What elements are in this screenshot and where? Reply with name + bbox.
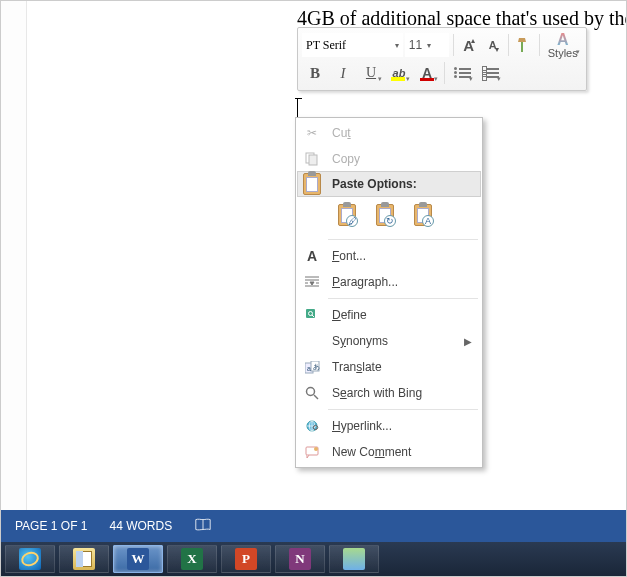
paste-merge-button[interactable]: ↻	[370, 200, 400, 230]
separator	[328, 409, 478, 410]
menu-font[interactable]: A Font...	[298, 243, 480, 269]
menu-paragraph[interactable]: Paragraph...	[298, 269, 480, 295]
svg-point-12	[314, 447, 318, 451]
chevron-down-icon: ▾	[406, 75, 410, 83]
format-painter-button[interactable]	[513, 33, 535, 57]
taskbar-onenote[interactable]	[275, 545, 325, 573]
paste-options-row: 🖊 ↻ A	[298, 196, 480, 236]
font-family-input[interactable]	[306, 38, 378, 53]
chevron-down-icon: ▾	[497, 75, 501, 83]
translate-icon: aあ	[302, 357, 322, 377]
paintbrush-icon	[516, 37, 532, 53]
word-icon	[127, 548, 149, 570]
highlight-color-swatch	[391, 77, 405, 81]
shrink-font-button[interactable]: A▾	[482, 33, 504, 57]
svg-point-8	[307, 388, 315, 396]
menu-paste-options[interactable]: Paste Options:	[297, 171, 481, 197]
svg-text:a: a	[307, 365, 311, 372]
taskbar-word[interactable]	[113, 545, 163, 573]
taskbar	[1, 542, 626, 576]
onenote-icon	[289, 548, 311, 570]
menu-synonyms[interactable]: Synonyms ▶	[298, 328, 480, 354]
powerpoint-icon	[235, 548, 257, 570]
separator	[508, 34, 509, 56]
menu-hyperlink[interactable]: Hyperlink...	[298, 413, 480, 439]
font-size-value: 11	[409, 38, 427, 52]
styles-icon: A	[557, 32, 569, 48]
menu-search-bing[interactable]: Search with Bing	[298, 380, 480, 406]
chevron-down-icon: ▾	[576, 48, 580, 55]
svg-rect-1	[309, 155, 317, 165]
hyperlink-icon	[302, 416, 322, 436]
document-canvas[interactable]: 4GB of additional space that's used by t…	[1, 1, 626, 510]
paste-icon	[302, 174, 322, 194]
highlight-button[interactable]: ab▾	[386, 61, 412, 85]
taskbar-powerpoint[interactable]	[221, 545, 271, 573]
menu-paste-options-label: Paste Options:	[332, 177, 472, 191]
page-indicator[interactable]: PAGE 1 OF 1	[15, 519, 87, 533]
taskbar-file-explorer[interactable]	[59, 545, 109, 573]
mini-toolbar: ▾ 11 ▾ A▴ A▾ A Styles ▾ B I U▾ ab▾	[297, 27, 587, 91]
clipboard-icon: A	[414, 204, 432, 226]
status-bar: PAGE 1 OF 1 44 WORDS	[1, 510, 626, 542]
font-a-icon: A	[302, 246, 322, 266]
styles-button[interactable]: A Styles ▾	[544, 33, 582, 57]
italic-icon: I	[341, 65, 346, 82]
font-color-button[interactable]: A▾	[414, 61, 440, 85]
menu-define[interactable]: Define	[298, 302, 480, 328]
menu-cut[interactable]: ✂ Cut	[298, 120, 480, 146]
taskbar-ie[interactable]	[5, 545, 55, 573]
menu-define-label: Define	[332, 308, 472, 322]
numbering-button[interactable]: ▾	[477, 61, 503, 85]
italic-button[interactable]: I	[330, 61, 356, 85]
paste-text-only-button[interactable]: A	[408, 200, 438, 230]
menu-translate-label: Translate	[332, 360, 472, 374]
font-family-combo[interactable]: ▾	[302, 33, 403, 57]
bold-button[interactable]: B	[302, 61, 328, 85]
separator	[539, 34, 540, 56]
folder-icon	[73, 548, 95, 570]
blank-icon	[302, 331, 322, 351]
bold-icon: B	[310, 65, 320, 82]
taskbar-photos[interactable]	[329, 545, 379, 573]
bullets-icon	[454, 68, 471, 78]
clipboard-icon: 🖊	[338, 204, 356, 226]
underline-button[interactable]: U▾	[358, 61, 384, 85]
menu-new-comment[interactable]: New Comment	[298, 439, 480, 465]
menu-font-label: Font...	[332, 249, 472, 263]
paste-keep-source-button[interactable]: 🖊	[332, 200, 362, 230]
scissors-icon: ✂	[302, 123, 322, 143]
reading-view-icon[interactable]	[194, 516, 212, 537]
chevron-down-icon: ▾	[469, 75, 473, 83]
menu-hyperlink-label: Hyperlink...	[332, 419, 472, 433]
menu-translate[interactable]: aあ Translate	[298, 354, 480, 380]
separator	[453, 34, 454, 56]
grow-font-button[interactable]: A▴	[458, 33, 480, 57]
styles-label: Styles	[548, 48, 578, 59]
search-icon	[302, 305, 322, 325]
word-count[interactable]: 44 WORDS	[109, 519, 172, 533]
menu-cut-label: Cut	[332, 126, 472, 140]
underline-icon: U	[366, 65, 376, 81]
menu-paragraph-label: Paragraph...	[332, 275, 472, 289]
photos-icon	[343, 548, 365, 570]
text-cursor	[297, 99, 298, 119]
menu-copy-label: Copy	[332, 152, 472, 166]
chevron-down-icon: ▾	[434, 75, 438, 83]
bullets-button[interactable]: ▾	[449, 61, 475, 85]
left-margin	[1, 1, 27, 510]
separator	[444, 62, 445, 84]
menu-copy[interactable]: Copy	[298, 146, 480, 172]
menu-synonyms-label: Synonyms	[332, 334, 454, 348]
chevron-down-icon: ▾	[378, 75, 382, 83]
font-color-swatch	[420, 78, 434, 81]
context-menu: ✂ Cut Copy Paste Options: 🖊 ↻ A A Font..…	[295, 117, 483, 468]
copy-icon	[302, 149, 322, 169]
chevron-down-icon: ▾	[427, 41, 445, 50]
chevron-down-icon: ▾	[395, 41, 399, 50]
comment-icon	[302, 442, 322, 462]
clipboard-icon: ↻	[376, 204, 394, 226]
font-size-combo[interactable]: 11 ▾	[405, 33, 449, 57]
taskbar-excel[interactable]	[167, 545, 217, 573]
chevron-right-icon: ▶	[464, 336, 472, 347]
